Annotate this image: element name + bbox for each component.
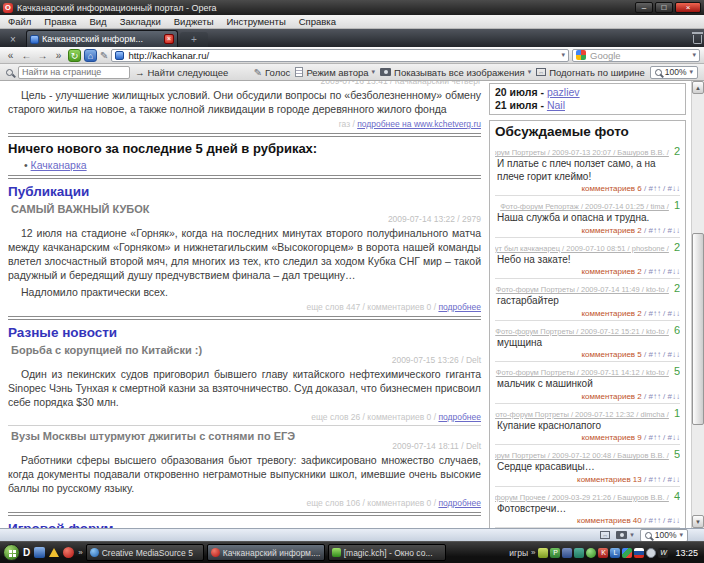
photo-title-link[interactable]: Фотовстречи… [497,503,680,516]
tray-icon-russian-flag[interactable] [634,548,644,558]
closed-tabs-trash-icon[interactable] [693,35,702,44]
article-title[interactable]: Вузы Москвы штурмуют джигиты с сотнями п… [8,430,481,442]
vertical-scrollbar[interactable]: ▲ ▼ [691,81,704,528]
images-toggle[interactable]: ▾ [616,531,634,539]
address-dropdown-icon[interactable]: ▾ [561,51,565,59]
new-tab-button[interactable]: + [180,32,208,47]
zoom-dropdown-icon[interactable]: ▾ [689,68,693,76]
forward-button[interactable]: → [36,49,49,62]
address-url[interactable]: http://kachkanar.ru/ [128,50,209,61]
close-button[interactable]: × [675,2,701,13]
photo-title-link[interactable]: мущщина [497,337,680,350]
read-more-link[interactable]: подробнее [438,498,481,508]
menu-file[interactable]: Файл [8,16,31,27]
photo-anchor-links[interactable]: / #↑↑ / #↓↓ [644,309,680,318]
minimize-button[interactable]: – [635,2,653,13]
photo-anchor-links[interactable]: / #↑↑ / #↓↓ [644,350,680,359]
photo-title-link[interactable]: Сердце красавицы… [497,461,680,474]
web-search-field[interactable]: Google ▾ [572,49,700,62]
read-more-link[interactable]: подробнее [438,302,481,312]
tab-close-icon[interactable]: × [164,34,174,44]
back-button[interactable]: ← [20,49,33,62]
photo-meta-link[interactable]: Фото-форум Портреты / 2009-07-14 11:49 /… [496,285,669,294]
tray-icon-punto[interactable] [550,548,560,558]
tray-icon-w[interactable] [658,548,668,558]
photo-meta-link[interactable]: Фото-форум Портреты / 2009-07-12 00:48 /… [495,451,669,460]
taskbar-window-magic[interactable]: [magic.kch] - Окно со... [328,544,446,561]
status-zoom-dropdown-icon[interactable]: ▾ [679,531,683,539]
photo-anchor-links[interactable]: / #↑↑ / #↓↓ [644,267,680,276]
photo-title-link[interactable]: мальчик с машинкой [497,378,680,391]
menu-tools[interactable]: Инструменты [226,16,285,27]
games-toolbar-label[interactable]: игры [509,548,528,558]
scroll-up-icon[interactable]: ▲ [692,81,704,94]
tray-icon-4[interactable] [574,548,584,558]
section-heading-misc-news[interactable]: Разные новости [8,325,481,340]
games-toolbar-chevron-icon[interactable]: » [531,548,535,557]
photo-meta-link[interactable]: Фото-форум Репортаж / 2009-07-14 01:25 /… [500,202,669,211]
birthday-user-link[interactable]: pazliev [547,86,580,98]
taskbar-window-opera[interactable]: Качканарский информ.... [207,544,325,561]
menu-help[interactable]: Справка [299,16,336,27]
photo-comments-count[interactable]: комментариев 40 [577,516,642,525]
menu-view[interactable]: Вид [89,16,106,27]
section-heading-game-forum[interactable]: Игровой форум [8,521,481,528]
photo-comments-count[interactable]: комментариев 2 [582,392,642,401]
show-images-dropdown-icon[interactable]: ▾ [528,68,532,76]
birthday-user-link[interactable]: Nail [547,99,565,111]
photo-anchor-links[interactable]: / #↑↑ / #↓↓ [644,226,680,235]
scrollbar-thumb[interactable] [692,233,704,425]
photo-title-link[interactable]: Купание краснолапого [497,420,680,433]
section-heading-publications[interactable]: Публикации [8,184,481,199]
photo-title-link[interactable]: И платье с плеч ползет само, а на плече … [497,158,680,183]
photo-comments-count[interactable]: комментариев 2 [582,226,642,235]
status-zoom-control[interactable]: 100% ▾ [640,529,688,542]
photo-comments-count[interactable]: комментариев 9 [582,433,642,442]
tray-icon-1[interactable] [538,548,548,558]
find-on-page-input[interactable] [18,66,130,79]
photo-title-link[interactable]: Небо на закате! [497,254,680,267]
intro-source-link[interactable]: подробнее на www.kchetverg.ru [357,119,481,129]
maximize-button[interactable]: □ [655,2,673,13]
photo-anchor-links[interactable]: / #↑↑ / #↓↓ [644,475,680,484]
photo-anchor-links[interactable]: / #↑↑ / #↓↓ [644,433,680,442]
photo-anchor-links[interactable]: / #↑↑ / #↓↓ [644,184,680,193]
show-images-button[interactable]: Показывать все изображения ▾ [380,67,531,78]
photo-comments-count[interactable]: комментариев 2 [582,267,642,276]
photo-comments-count[interactable]: комментариев 6 [582,184,642,193]
author-mode-dropdown-icon[interactable]: ▾ [372,68,376,76]
photo-meta-link[interactable]: Фото-форум Портреты / 2009-07-13 20:07 /… [495,148,669,157]
tray-icon-8[interactable] [622,548,632,558]
photo-meta-link[interactable]: Фото-форум Тут был качканарец / 2009-07-… [495,244,669,253]
fast-forward-button[interactable]: » [52,49,65,62]
fit-width-button[interactable]: ↔ Подогнать по ширине [536,67,645,78]
start-button[interactable] [3,544,20,561]
quick-launch-opera-icon[interactable] [63,547,74,558]
tray-icon-l[interactable] [610,548,620,558]
pencil-icon[interactable]: ✎ [100,50,108,61]
photo-meta-link[interactable]: Фото-форум Портреты / 2009-07-11 14:12 /… [496,368,669,377]
reload-button[interactable]: ↻ [68,49,81,62]
menu-bookmarks[interactable]: Закладки [120,16,161,27]
tray-icon-3[interactable] [562,548,572,558]
page-zoom-control[interactable]: 100% ▾ [650,66,698,79]
author-mode-button[interactable]: Режим автора ▾ [295,67,375,78]
tray-icon-clock[interactable] [646,548,656,558]
rubric-link-kachkanarka[interactable]: Качканарка [31,159,87,171]
panels-toggle-icon[interactable]: × [2,32,24,47]
read-more-link[interactable]: подробнее [438,412,481,422]
quick-launch-blue-icon[interactable] [34,547,45,558]
photo-comments-count[interactable]: комментариев 5 [582,350,642,359]
menu-widgets[interactable]: Виджеты [174,16,214,27]
voice-button[interactable]: ✎ Голос [254,67,291,78]
photo-comments-count[interactable]: комментариев 13 [577,475,642,484]
fit-width-icon[interactable]: ↔ [600,531,610,539]
photo-title-link[interactable]: гастарбайтер [497,295,680,308]
quick-launch-d-icon[interactable]: D [23,547,30,558]
photo-anchor-links[interactable]: / #↑↑ / #↓↓ [644,516,680,525]
search-engine-dropdown-icon[interactable]: ▾ [692,51,696,59]
tray-icon-5[interactable] [586,548,596,558]
menu-edit[interactable]: Правка [44,16,76,27]
taskbar-clock[interactable]: 13:25 [675,548,698,558]
photo-comments-count[interactable]: комментариев 2 [582,309,642,318]
